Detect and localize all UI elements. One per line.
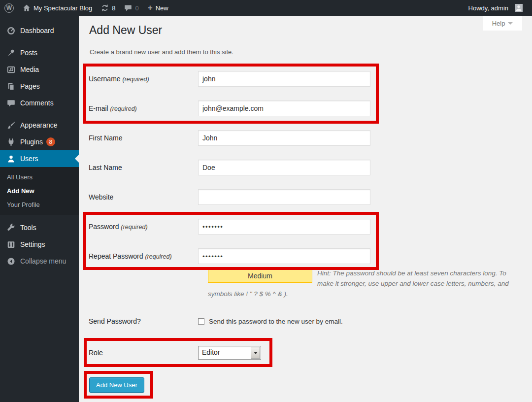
sidebar-item-appearance[interactable]: Appearance xyxy=(0,117,79,134)
chevron-down-icon xyxy=(508,22,513,25)
email-field[interactable] xyxy=(198,100,370,116)
sidebar-item-label: Posts xyxy=(20,49,37,57)
site-name-label: My Spectacular Blog xyxy=(33,4,92,12)
role-select[interactable]: Editor xyxy=(198,346,261,360)
new-content-menu[interactable]: + New xyxy=(143,0,173,16)
sidebar-item-dashboard[interactable]: Dashboard xyxy=(0,22,79,39)
user-icon xyxy=(7,155,15,163)
sidebar-item-posts[interactable]: Posts xyxy=(0,44,79,61)
sidebar-item-label: Pages xyxy=(20,82,40,90)
sidebar-item-settings[interactable]: Settings xyxy=(0,236,79,253)
sidebar-item-label: Users xyxy=(20,155,38,163)
chevron-down-icon xyxy=(254,352,258,354)
password-label: Password (required) xyxy=(89,223,198,231)
sidebar-item-label: Comments xyxy=(20,99,54,107)
plugins-update-badge: 8 xyxy=(46,137,55,146)
first-name-label: First Name xyxy=(89,134,198,142)
sidebar-item-collapse-menu[interactable]: Collapse menu xyxy=(0,253,79,269)
pushpin-icon xyxy=(7,49,15,57)
submenu-item-your-profile[interactable]: Your Profile xyxy=(0,198,79,211)
paintbrush-icon xyxy=(7,121,15,130)
sidebar-item-label: Dashboard xyxy=(20,27,54,34)
plugin-icon xyxy=(7,138,15,146)
account-menu[interactable]: Howdy, admin xyxy=(464,0,532,16)
sidebar-item-pages[interactable]: Pages xyxy=(0,78,79,95)
role-label: Role xyxy=(89,349,198,357)
password-strength-meter: Medium xyxy=(208,269,312,283)
page-description: Create a brand new user and add them to … xyxy=(90,48,233,56)
update-count: 8 xyxy=(112,4,115,12)
avatar xyxy=(515,4,523,12)
sidebar-item-tools[interactable]: Tools xyxy=(0,219,79,236)
submenu-item-add-new[interactable]: Add New xyxy=(0,184,79,198)
submenu-item-label: All Users xyxy=(7,173,33,181)
username-label: Username (required) xyxy=(89,75,198,83)
send-password-row: Send Password? Send this password to the… xyxy=(89,317,343,325)
role-row: Role Editor xyxy=(89,346,261,360)
settings-icon xyxy=(7,240,15,249)
site-name-link[interactable]: My Spectacular Blog xyxy=(18,0,97,16)
repeat-password-label: Repeat Password (required) xyxy=(89,252,198,260)
last-name-row: Last Name xyxy=(89,160,370,175)
sidebar-item-comments[interactable]: Comments xyxy=(0,95,79,111)
sidebar-item-label: Collapse menu xyxy=(20,257,66,265)
first-name-input[interactable] xyxy=(198,130,370,146)
username-input[interactable] xyxy=(198,71,370,87)
wordpress-logo-icon: W xyxy=(4,3,14,13)
sidebar-item-label: Appearance xyxy=(20,121,58,129)
sidebar-item-plugins[interactable]: Plugins 8 xyxy=(0,134,79,150)
sidebar-item-users[interactable]: Users xyxy=(0,150,79,167)
add-new-user-button[interactable]: Add New User xyxy=(89,377,144,393)
submenu-item-all-users[interactable]: All Users xyxy=(0,170,79,184)
admin-bar: W My Spectacular Blog 8 0 + Ne xyxy=(0,0,532,16)
sidebar-item-label: Tools xyxy=(20,224,36,232)
update-icon xyxy=(101,4,109,12)
password-row: Password (required) xyxy=(89,219,370,234)
media-icon xyxy=(7,66,15,74)
send-password-label: Send Password? xyxy=(89,317,198,325)
password-input[interactable] xyxy=(198,219,370,234)
plus-icon: + xyxy=(148,4,153,11)
sidebar-item-media[interactable]: Media xyxy=(0,61,79,78)
sidebar-item-label: Media xyxy=(20,66,39,73)
sidebar-item-label: Plugins xyxy=(20,138,43,146)
howdy-label: Howdy, admin xyxy=(468,4,508,12)
updates-indicator[interactable]: 8 xyxy=(97,0,120,16)
new-label: New xyxy=(156,4,168,12)
last-name-label: Last Name xyxy=(89,164,198,171)
comment-count: 0 xyxy=(135,4,138,12)
pages-icon xyxy=(7,82,15,91)
comment-bubble-icon xyxy=(124,4,132,12)
dashboard-icon xyxy=(7,27,15,35)
page-title: Add New User xyxy=(89,24,162,37)
submenu-item-label: Add New xyxy=(7,187,34,195)
email-label: E-mail (required) xyxy=(89,104,198,112)
select-dropdown-button[interactable] xyxy=(251,347,260,359)
repeat-password-input[interactable] xyxy=(198,248,370,264)
active-item-arrow xyxy=(75,155,79,163)
collapse-arrow-icon xyxy=(7,257,15,266)
help-button[interactable]: Help xyxy=(483,16,522,31)
home-icon xyxy=(23,4,31,12)
comments-indicator[interactable]: 0 xyxy=(120,0,143,16)
send-password-checkbox[interactable] xyxy=(198,318,204,325)
admin-sidebar: Dashboard Posts Media Pages Comments xyxy=(0,16,79,402)
wordpress-logo-menu[interactable]: W xyxy=(0,0,18,16)
role-selected-value: Editor xyxy=(199,346,250,359)
users-submenu: All Users Add New Your Profile xyxy=(0,167,79,215)
email-row: E-mail (required) xyxy=(89,100,370,116)
website-label: Website xyxy=(89,193,198,201)
send-password-checkbox-label: Send this password to the new user by em… xyxy=(209,318,343,325)
repeat-password-row: Repeat Password (required) xyxy=(89,248,370,264)
website-input[interactable] xyxy=(198,189,370,205)
first-name-row: First Name xyxy=(89,130,370,146)
last-name-input[interactable] xyxy=(198,160,370,175)
comments-icon xyxy=(7,99,15,107)
password-hint-area: Medium Hint: The password should be at l… xyxy=(208,268,518,299)
sidebar-item-label: Settings xyxy=(20,240,45,248)
username-row: Username (required) xyxy=(89,71,370,87)
wrench-icon xyxy=(7,224,15,232)
submenu-item-label: Your Profile xyxy=(7,201,40,208)
website-row: Website xyxy=(89,189,370,205)
main-content: Help Add New User Create a brand new use… xyxy=(79,16,532,402)
